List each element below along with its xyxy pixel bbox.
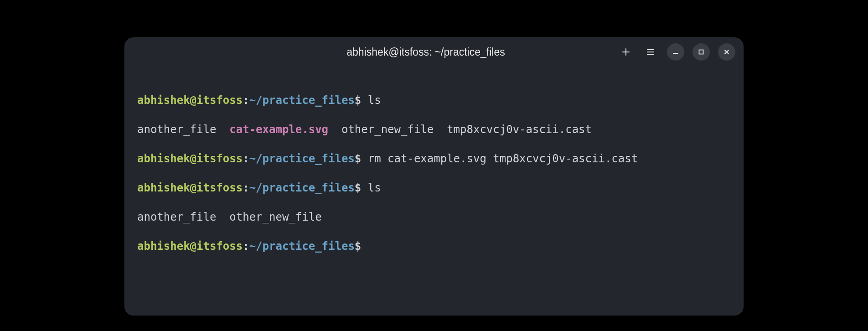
prompt-path: ~/practice_files [249,240,355,253]
prompt-at: @ [190,181,196,194]
prompt-line: abhishek@itsfoss:~/practice_files$ ls [137,93,731,108]
prompt-colon: : [243,152,249,165]
prompt-dollar: $ [355,181,361,194]
maximize-button[interactable] [692,43,710,61]
prompt-at: @ [190,94,196,107]
maximize-icon [698,48,705,56]
ls-entry-image: cat-example.svg [229,123,328,136]
prompt-host: itsfoss [196,152,243,165]
prompt-line: abhishek@itsfoss:~/practice_files$ rm ca… [137,151,731,166]
prompt-user: abhishek [137,181,190,194]
ls-entry: another_file [137,123,229,136]
prompt-user: abhishek [137,94,190,107]
prompt-at: @ [190,240,196,253]
menu-button[interactable] [642,44,659,60]
output-line: another_file other_new_file [137,210,731,224]
window-controls [618,43,735,61]
prompt-dollar: $ [355,152,361,165]
prompt-user: abhishek [137,240,190,253]
prompt-line: abhishek@itsfoss:~/practice_files$ ls [137,181,731,195]
output-line: another_file cat-example.svg other_new_f… [137,122,731,137]
command-text: ls [361,94,381,107]
prompt-colon: : [243,94,249,107]
prompt-host: itsfoss [196,240,243,253]
new-tab-button[interactable] [618,44,634,60]
command-text [361,240,367,253]
window-title: abhishek@itsfoss: ~/practice_files [124,46,618,58]
prompt-host: itsfoss [196,94,243,107]
titlebar: abhishek@itsfoss: ~/practice_files [124,37,744,67]
prompt-colon: : [243,240,249,253]
prompt-path: ~/practice_files [249,94,355,107]
prompt-user: abhishek [137,152,190,165]
prompt-path: ~/practice_files [249,181,355,194]
command-text: rm cat-example.svg tmp8xcvcj0v-ascii.cas… [361,152,638,165]
terminal-window: abhishek@itsfoss: ~/practice_files [124,37,744,315]
prompt-line: abhishek@itsfoss:~/practice_files$ [137,239,731,253]
prompt-host: itsfoss [196,181,243,194]
prompt-dollar: $ [355,94,361,107]
close-icon [723,48,730,56]
plus-icon [621,47,630,57]
prompt-path: ~/practice_files [249,152,355,165]
prompt-dollar: $ [355,240,361,253]
minimize-button[interactable] [667,43,684,61]
minimize-icon [672,48,679,56]
close-button[interactable] [718,43,735,61]
command-text: ls [361,181,381,194]
prompt-at: @ [190,152,196,165]
ls-entry: other_new_file tmp8xcvcj0v-ascii.cast [328,123,592,136]
hamburger-icon [646,47,655,57]
svg-rect-0 [699,50,703,54]
prompt-colon: : [243,181,249,194]
terminal-output[interactable]: abhishek@itsfoss:~/practice_files$ ls an… [124,67,744,315]
